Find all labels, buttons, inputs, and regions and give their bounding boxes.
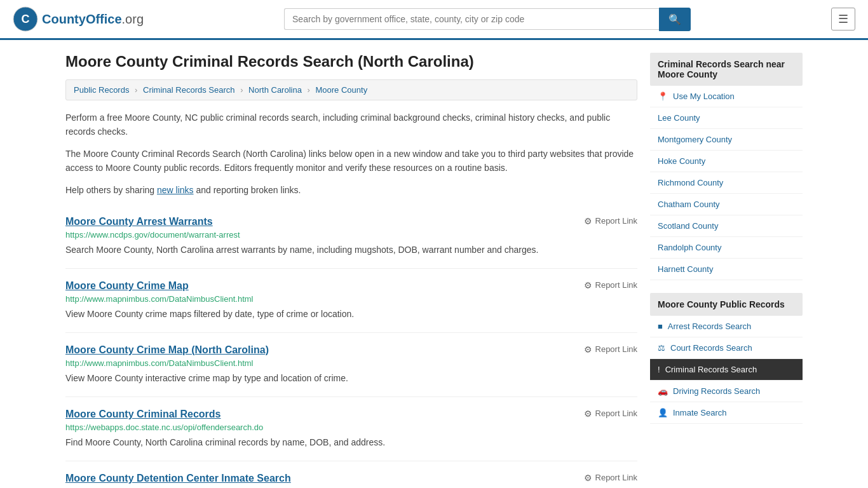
pr-label-1: Court Records Search [670,343,752,353]
nearby-county-link-0[interactable]: Lee County [650,107,803,128]
content-area: Moore County Criminal Records Search (No… [65,53,637,488]
public-records-link-0[interactable]: ■ Arrest Records Search [650,316,803,337]
main-container: Moore County Criminal Records Search (No… [53,40,815,488]
result-title-1[interactable]: Moore County Crime Map [65,280,189,292]
result-url-3: https://webapps.doc.state.nc.us/opi/offe… [65,423,637,432]
nearby-county-link-1[interactable]: Montgomery County [650,129,803,150]
breadcrumb-public-records[interactable]: Public Records [74,85,129,95]
nearby-county-item: Montgomery County [650,129,803,151]
nearby-county-item: Hoke County [650,151,803,172]
location-pin-icon: 📍 [658,92,668,101]
report-label-3: Report Link [595,409,637,418]
pr-label-3: Driving Records Search [673,386,760,396]
nearby-county-link-2[interactable]: Hoke County [650,151,803,172]
use-my-location-label: Use My Location [673,92,735,101]
pr-icon-3: 🚗 [658,386,668,396]
breadcrumb-criminal-records[interactable]: Criminal Records Search [143,85,235,95]
public-records-item: ! Criminal Records Search [650,359,803,381]
use-my-location-link[interactable]: 📍 Use My Location [650,86,803,107]
public-records-item: 🚗 Driving Records Search [650,381,803,402]
nearby-county-item: Scotland County [650,215,803,237]
result-desc-1: View Moore County crime maps filtered by… [65,308,637,321]
pr-icon-1: ⚖ [658,343,665,353]
result-title-2[interactable]: Moore County Crime Map (North Carolina) [65,344,269,356]
description-2: The Moore County Criminal Records Search… [65,147,637,175]
page-title: Moore County Criminal Records Search (No… [65,53,637,71]
report-icon-2: ⚙ [584,344,592,355]
nearby-list: 📍 Use My Location [650,86,803,107]
result-card: Moore County Criminal Records ⚙ Report L… [65,397,637,461]
result-url-2: http://www.mapnimbus.com/DataNimbusClien… [65,358,637,368]
header: C CountyOffice.org 🔍 ☰ [0,0,868,40]
pr-icon-4: 👤 [658,408,668,417]
sidebar: Criminal Records Search near Moore Count… [650,53,803,488]
description-1: Perform a free Moore County, NC public c… [65,111,637,139]
report-icon-1: ⚙ [584,280,592,290]
result-url-0: https://www.ncdps.gov/document/warrant-a… [65,230,637,240]
breadcrumb-moore[interactable]: Moore County [316,85,368,95]
result-desc-0: Search Moore County, North Carolina arre… [65,243,637,257]
report-icon-4: ⚙ [584,473,592,483]
use-my-location-item: 📍 Use My Location [650,86,803,107]
result-card: Moore County Detention Center Inmate Sea… [65,461,637,488]
report-link-button-1[interactable]: ⚙ Report Link [584,280,637,290]
nearby-county-item: Chatham County [650,194,803,215]
nearby-county-link-6[interactable]: Randolph County [650,237,803,258]
report-icon-3: ⚙ [584,409,592,419]
public-records-link-1[interactable]: ⚖ Court Records Search [650,337,803,358]
result-url-1: http://www.mapnimbus.com/DataNimbusClien… [65,294,637,304]
public-records-item: ⚖ Court Records Search [650,337,803,359]
nearby-county-item: Richmond County [650,172,803,194]
result-desc-3: Find Moore County, North Carolina crimin… [65,436,637,449]
results-list: Moore County Arrest Warrants ⚙ Report Li… [65,205,637,488]
public-records-list: ■ Arrest Records Search ⚖ Court Records … [650,316,803,424]
nearby-counties-list: Lee CountyMontgomery CountyHoke CountyRi… [650,107,803,280]
search-area: 🔍 [284,8,691,31]
logo-area: C CountyOffice.org [13,6,144,32]
result-card: Moore County Arrest Warrants ⚙ Report Li… [65,205,637,269]
svg-text:C: C [22,13,30,25]
report-link-button-3[interactable]: ⚙ Report Link [584,409,637,419]
report-link-button-4[interactable]: ⚙ Report Link [584,473,637,483]
public-records-title: Moore County Public Records [650,293,803,316]
pr-label-0: Arrest Records Search [668,322,752,331]
nearby-section: Criminal Records Search near Moore Count… [650,53,803,280]
search-input[interactable] [284,8,659,30]
result-title-0[interactable]: Moore County Arrest Warrants [65,216,213,227]
nearby-county-link-7[interactable]: Harnett County [650,259,803,280]
nearby-county-item: Lee County [650,107,803,129]
report-link-button-2[interactable]: ⚙ Report Link [584,344,637,355]
breadcrumb-nc[interactable]: North Carolina [248,85,302,95]
nearby-county-link-4[interactable]: Chatham County [650,194,803,215]
logo-icon: C [13,6,38,32]
breadcrumb: Public Records › Criminal Records Search… [65,79,637,100]
public-records-item: 👤 Inmate Search [650,402,803,424]
result-desc-2: View Moore County interactive crime map … [65,372,637,385]
public-records-link-2[interactable]: ! Criminal Records Search [650,359,803,380]
result-title-3[interactable]: Moore County Criminal Records [65,409,220,420]
report-link-button-0[interactable]: ⚙ Report Link [584,216,637,226]
public-records-link-3[interactable]: 🚗 Driving Records Search [650,381,803,402]
pr-icon-0: ■ [658,322,663,331]
public-records-section: Moore County Public Records ■ Arrest Rec… [650,293,803,424]
report-label-0: Report Link [595,216,637,226]
public-records-item: ■ Arrest Records Search [650,316,803,337]
pr-label-2: Criminal Records Search [665,365,757,374]
result-title-4[interactable]: Moore County Detention Center Inmate Sea… [65,473,291,484]
report-label-1: Report Link [595,280,637,290]
report-icon-0: ⚙ [584,216,592,226]
nearby-county-item: Harnett County [650,259,803,280]
result-card: Moore County Crime Map (North Carolina) … [65,333,637,397]
nearby-county-link-3[interactable]: Richmond County [650,172,803,193]
report-label-2: Report Link [595,344,637,354]
new-links-link[interactable]: new links [157,185,194,195]
nearby-county-link-5[interactable]: Scotland County [650,215,803,236]
result-card: Moore County Crime Map ⚙ Report Link htt… [65,269,637,333]
search-button[interactable]: 🔍 [659,8,691,31]
pr-label-4: Inmate Search [673,408,727,417]
pr-icon-2: ! [658,365,660,374]
description-3: Help others by sharing new links and rep… [65,183,637,197]
report-label-4: Report Link [595,473,637,482]
public-records-link-4[interactable]: 👤 Inmate Search [650,402,803,423]
menu-button[interactable]: ☰ [831,8,855,30]
